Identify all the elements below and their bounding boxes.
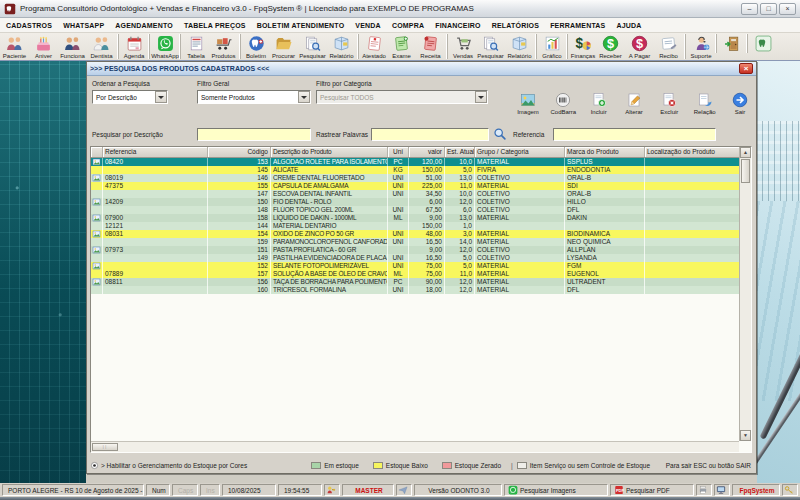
toolbar-agenda[interactable]: Agenda [118, 34, 147, 59]
toolbar-financas[interactable]: $ Finanças [567, 34, 596, 59]
toolbar-exame[interactable]: Exame [387, 34, 416, 59]
incluir-button[interactable]: Incluir [582, 92, 616, 124]
menu-compra[interactable]: COMPRA [392, 22, 424, 29]
svg-text:$: $ [607, 36, 614, 51]
chevron-down-icon[interactable] [155, 91, 167, 103]
funciona-icon [64, 35, 81, 52]
toolbar-pesquisar-vendas[interactable]: Pesquisar [476, 34, 505, 59]
menu-boletim-atendimento[interactable]: BOLETIM ATENDIMENTO [257, 22, 345, 29]
receita-icon [422, 35, 439, 52]
relacao-button[interactable]: Relação [688, 92, 722, 124]
column-header-icon[interactable] [91, 147, 103, 157]
table-row[interactable]: 08019 146 CREME DENTAL FLUORETADO UNI 51… [91, 174, 740, 182]
scroll-up-icon[interactable]: ▲ [740, 147, 751, 158]
sair-button[interactable]: Sair [723, 92, 757, 124]
vertical-scrollbar[interactable]: ▲ ▼ [739, 147, 751, 441]
produtos-icon [215, 35, 232, 52]
menu-financeiro[interactable]: FINANCEIRO [435, 22, 481, 29]
column-header-valor[interactable]: valor [409, 147, 445, 157]
table-row[interactable]: 07973 151 PASTA PROFILATICA - 60 GR 9,00… [91, 246, 740, 254]
menu-agendamento[interactable]: AGENDAMENTO [115, 22, 173, 29]
enable-stock-colors-radio[interactable] [90, 461, 101, 470]
search-icon[interactable] [493, 127, 507, 141]
column-header-uni[interactable]: Uni [388, 147, 409, 157]
excluir-button[interactable]: Excluir [652, 92, 686, 124]
status-pesquisar-imagens[interactable]: Pesquisar Imagens [504, 484, 608, 496]
table-row[interactable]: 145 ALICATE KG 150,00 5,0 FIVRA ENDODONT… [91, 166, 740, 174]
table-row[interactable]: 08031 154 OXIDO DE ZINCO PO 50 GR UNI 48… [91, 230, 740, 238]
chevron-down-icon[interactable] [298, 91, 310, 103]
scroll-down-icon[interactable]: ▼ [740, 430, 751, 441]
filtro-categoria-label: Filtro por Categoria [316, 80, 372, 87]
menu-ferramentas[interactable]: FERRAMENTAS [550, 22, 605, 29]
toolbar-dentista[interactable]: Dentista [87, 34, 116, 59]
menu-relatorios[interactable]: RELATÓRIOS [492, 22, 539, 29]
close-button[interactable]: × [779, 3, 796, 15]
table-row[interactable]: 07900 158 LIQUIDO DE DAKIN - 1000ML ML 9… [91, 214, 740, 222]
vertical-scroll-thumb[interactable] [741, 159, 750, 183]
column-header-marca[interactable]: Marca do Produto [565, 147, 645, 157]
table-row[interactable]: 12121 144 MATERIAL DENTARIO 150,00 1,0 [91, 222, 740, 230]
table-row[interactable]: 152 SELANTE FOTOPOLIMERIZÁVEL UNI 75,00 … [91, 262, 740, 270]
filtro-geral-select[interactable]: Somente Produtos [197, 90, 311, 104]
toolbar-edge-logo[interactable] [747, 34, 776, 53]
toolbar-vendas[interactable]: Vendas [447, 34, 476, 59]
column-header-descricao[interactable]: Descrição do Produto [271, 147, 388, 157]
toolbar-pesquisar[interactable]: Pesquisar [298, 34, 327, 59]
table-row[interactable]: 07889 157 SOLUÇÃO A BASE DE ÓLEO DE CRAV… [91, 270, 740, 278]
toolbar-boletim[interactable]: Boletim [240, 34, 269, 59]
toolbar-relatorio-vendas[interactable]: Relatório [505, 34, 534, 59]
menu-ajuda[interactable]: AJUDA [616, 22, 641, 29]
toolbar-paciente[interactable]: Paciente [0, 34, 29, 59]
toolbar-aniver[interactable]: Aniver [29, 34, 58, 59]
codbarra-icon [555, 92, 571, 108]
alterar-button[interactable]: Alterar [617, 92, 651, 124]
toolbar-tabela[interactable]: Tabela [180, 34, 209, 59]
toolbar-exit-door[interactable] [716, 34, 745, 53]
toolbar-receita[interactable]: Receita [416, 34, 445, 59]
column-header-est-atual[interactable]: Est. Atual [445, 147, 475, 157]
table-row[interactable]: 147 ESCOVA DENTAL INFANTIL UNI 34,50 10,… [91, 190, 740, 198]
toolbar-a-pagar[interactable]: $ A Pagar [625, 34, 654, 59]
codbarra-button[interactable]: CodBarra [546, 92, 580, 124]
column-header-referencia[interactable]: Referencia [103, 147, 208, 157]
menu-whatsapp[interactable]: WHATSAPP [63, 22, 104, 29]
table-row[interactable]: 08420 153 ALGODAO ROLETE PARA ISOLAMENTO… [91, 158, 740, 166]
table-row[interactable]: 47375 155 CAPSULA DE AMALGAMA UNI 225,00… [91, 182, 740, 190]
toolbar-produtos[interactable]: Produtos [209, 34, 238, 59]
toolbar-whatsapp[interactable]: WhatsApp [149, 34, 178, 59]
table-row[interactable]: 160 TRICRESOL FORMALINA UNI 18,00 12,0 M… [91, 286, 740, 294]
wasmall-icon [508, 485, 518, 495]
table-row[interactable]: 149 PASTILHA EVIDENCIADORA DE PLACA DENT… [91, 254, 740, 262]
toolbar-funciona[interactable]: Funciona [58, 34, 87, 59]
toolbar-procurar[interactable]: Procurar [269, 34, 298, 59]
table-row[interactable]: 159 PARAMONOCLOROFENOL CANFORADO - FR 20… [91, 238, 740, 246]
table-row[interactable]: 148 FLÚOR TÓPICO GEL 200ML UNI 67,50 6,0… [91, 206, 740, 214]
menu-venda[interactable]: VENDA [355, 22, 381, 29]
toolbar-atestado[interactable]: Atestado [358, 34, 387, 59]
column-header-localizacao[interactable]: Localização do Produto [645, 147, 740, 157]
menu-tabela-precos[interactable]: TABELA PREÇOS [184, 22, 246, 29]
minimize-button[interactable]: – [741, 3, 758, 15]
toolbar-suporte[interactable]: Suporte [685, 34, 714, 59]
table-row[interactable]: 08811 156 TAÇA DE BORRACHA PARA POLIMENT… [91, 278, 740, 286]
toolbar-recibo[interactable]: Recibo [654, 34, 683, 59]
menu-cadastros[interactable]: CADASTROS [6, 22, 52, 29]
restore-button[interactable]: □ [760, 3, 777, 15]
status-user: MASTER [342, 484, 394, 496]
ordenar-select[interactable]: Por Descrição [92, 90, 168, 104]
column-header-codigo[interactable]: Código [208, 147, 271, 157]
horizontal-scrollbar[interactable]: ⁞⁞ [91, 441, 739, 452]
referencia-input[interactable] [553, 128, 716, 141]
imagem-button[interactable]: Imagem [511, 92, 545, 124]
track-words-input[interactable] [371, 128, 489, 141]
close-icon[interactable]: × [739, 63, 753, 74]
horizontal-scroll-thumb[interactable]: ⁞⁞ [92, 443, 118, 451]
toolbar-receber[interactable]: $ Receber [596, 34, 625, 59]
status-pesquisar-pdf[interactable]: PDF Pesquisar PDF [610, 484, 694, 496]
column-header-grupo[interactable]: Grupo / Categoria [475, 147, 565, 157]
table-row[interactable]: 14209 150 FIO DENTAL - ROLO 6,00 12,0 CO… [91, 198, 740, 206]
toolbar-relatorio[interactable]: Relatório [327, 34, 356, 59]
toolbar-grafico[interactable]: Gráfico [536, 34, 565, 59]
search-description-input[interactable] [197, 128, 311, 141]
